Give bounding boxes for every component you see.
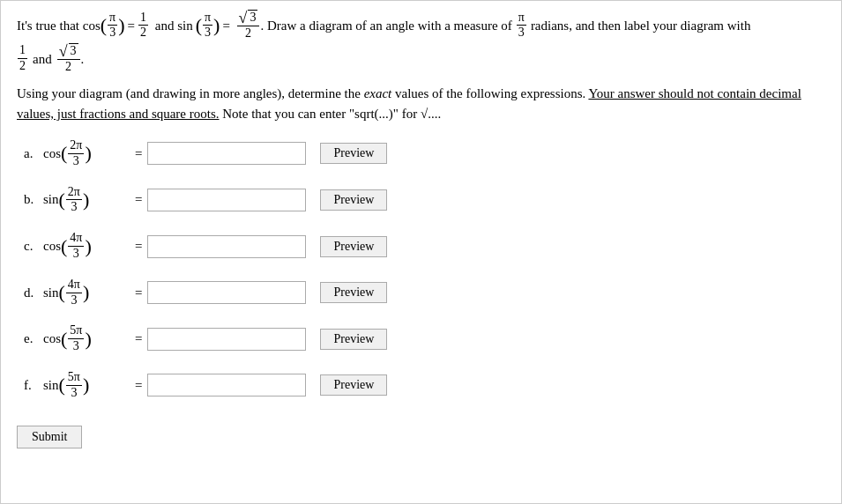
question-label-f: f. sin ( 5π 3 ) xyxy=(24,370,130,401)
question-row-e: e. cos ( 5π 3 ) = Preview xyxy=(24,323,825,354)
submit-section: Submit xyxy=(17,417,825,448)
question-row-f: f. sin ( 5π 3 ) = Preview xyxy=(24,370,825,401)
pi3-angle: π 3 xyxy=(516,11,527,41)
answer-input-f[interactable] xyxy=(147,374,306,397)
and1-text: and sin xyxy=(152,12,193,39)
func-c: cos xyxy=(43,239,61,254)
sin-pi3-arg: ( π 3 ) xyxy=(196,11,220,41)
label-letter-e: e. xyxy=(24,331,40,346)
desc-line2: Note that you can enter "sqrt(...)" for … xyxy=(220,107,442,121)
questions-block: a. cos ( 2π 3 ) = Preview b. sin ( 2π xyxy=(24,138,825,401)
preview-button-d[interactable]: Preview xyxy=(320,282,387,303)
eq2-text: = xyxy=(222,12,229,39)
equals-f: = xyxy=(135,378,142,393)
equals-b: = xyxy=(135,192,142,207)
question-row-a: a. cos ( 2π 3 ) = Preview xyxy=(24,138,825,169)
arg-d: ( 4π 3 ) xyxy=(59,278,90,308)
arg-a: ( 2π 3 ) xyxy=(61,138,92,169)
eq1-text: = xyxy=(128,12,135,39)
intro-block: It's true that cos ( π 3 ) = 1 2 and sin… xyxy=(17,10,825,75)
func-e: cos xyxy=(43,331,61,346)
sqrt3-2-value: √3 2 xyxy=(233,10,261,41)
answer-input-a[interactable] xyxy=(147,142,306,165)
question-label-e: e. cos ( 5π 3 ) xyxy=(24,323,130,354)
question-label-b: b. sin ( 2π 3 ) xyxy=(24,185,130,216)
sqrt3-2-label: √3 2 xyxy=(56,43,81,75)
func-f: sin xyxy=(43,378,59,393)
question-label-d: d. sin ( 4π 3 ) xyxy=(24,278,130,308)
question-row-d: d. sin ( 4π 3 ) = Preview xyxy=(24,278,825,308)
arg-f: ( 5π 3 ) xyxy=(59,370,90,401)
desc-exact: exact xyxy=(364,86,392,100)
radians-text: radians, and then label your diagram wit… xyxy=(531,12,751,39)
preview-button-a[interactable]: Preview xyxy=(320,143,387,164)
desc-line1-mid: values of the following expressions. xyxy=(391,86,588,100)
label-letter-b: b. xyxy=(24,192,40,207)
preview-button-c[interactable]: Preview xyxy=(320,236,387,257)
preview-button-f[interactable]: Preview xyxy=(320,374,387,396)
answer-input-d[interactable] xyxy=(147,281,306,304)
and2-text: and xyxy=(33,46,52,72)
label-letter-f: f. xyxy=(24,378,40,393)
half-label: 1 2 xyxy=(17,43,28,74)
label-letter-a: a. xyxy=(24,146,40,161)
equals-e: = xyxy=(135,331,142,346)
preview-button-e[interactable]: Preview xyxy=(320,329,387,350)
arg-e: ( 5π 3 ) xyxy=(61,323,92,354)
cos-pi3-arg: ( π 3 ) xyxy=(101,11,125,41)
question-label-c: c. cos ( 4π 3 ) xyxy=(24,231,130,262)
label-letter-c: c. xyxy=(24,239,40,254)
func-d: sin xyxy=(43,285,59,300)
func-b: sin xyxy=(43,192,59,207)
preview-button-b[interactable]: Preview xyxy=(320,189,387,211)
half-value: 1 2 xyxy=(138,11,149,41)
instruction-text: . Draw a diagram of an angle with a meas… xyxy=(260,12,511,39)
question-label-a: a. cos ( 2π 3 ) xyxy=(24,138,130,169)
answer-input-c[interactable] xyxy=(147,235,306,258)
equals-d: = xyxy=(135,285,142,300)
intro-text-before: It's true that cos xyxy=(17,12,101,39)
desc-line1-start: Using your diagram (and drawing in more … xyxy=(17,86,364,100)
arg-c: ( 4π 3 ) xyxy=(61,231,92,262)
answer-input-b[interactable] xyxy=(147,189,306,211)
trailing-dot: . xyxy=(81,46,85,72)
description-block: Using your diagram (and drawing in more … xyxy=(17,84,825,125)
arg-b: ( 2π 3 ) xyxy=(59,185,90,216)
question-row-c: c. cos ( 4π 3 ) = Preview xyxy=(24,231,825,262)
equals-a: = xyxy=(135,146,142,161)
answer-input-e[interactable] xyxy=(147,328,306,351)
func-a: cos xyxy=(43,146,61,161)
submit-button[interactable]: Submit xyxy=(17,426,82,448)
equals-c: = xyxy=(135,239,142,254)
question-row-b: b. sin ( 2π 3 ) = Preview xyxy=(24,185,825,216)
label-letter-d: d. xyxy=(24,285,40,300)
